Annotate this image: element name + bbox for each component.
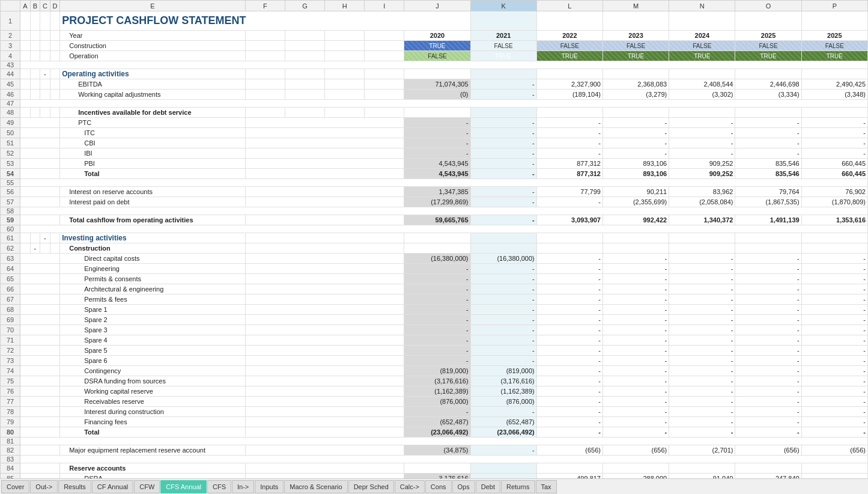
row-73: 73 Spare 6 - - - - - - -	[1, 356, 868, 366]
col-f-44	[245, 69, 285, 79]
row-64: 64 Engineering - - - - - - -	[1, 264, 868, 274]
tab-returns[interactable]: Returns	[501, 480, 535, 493]
rownum-49: 49	[1, 118, 20, 128]
tc-o: -	[735, 427, 801, 438]
col-c-61: -	[40, 233, 50, 243]
rr-l: -	[536, 397, 602, 407]
col-f-3	[245, 41, 285, 51]
itc-o: -	[735, 128, 801, 138]
rownum-73: 73	[1, 356, 20, 366]
tc-j: (23,066,492)	[404, 427, 470, 438]
rownum-60: 60	[1, 225, 20, 233]
tab-cfs-annual[interactable]: CFS Annual	[160, 480, 207, 493]
total-inc-p: 660,445	[801, 169, 867, 179]
row-55: 55	[1, 179, 868, 187]
col-o-44	[735, 69, 801, 79]
pbi-k: -	[470, 159, 536, 169]
project-title: PROJECT CASHFLOW STATEMENT	[60, 11, 470, 31]
ebitda-label: EBITDA	[60, 79, 246, 90]
tab-calc[interactable]: Calc->	[395, 480, 425, 493]
tc-n: -	[669, 427, 735, 438]
col-j-61	[404, 233, 470, 243]
col-fghi-64	[245, 264, 404, 274]
col-o-61	[735, 233, 801, 243]
dcc-l: -	[536, 254, 602, 264]
ebitda-l: 2,327,900	[536, 79, 602, 90]
rownum-85: 85	[1, 474, 20, 479]
int-res-k: -	[470, 187, 536, 197]
tab-cover[interactable]: Cover	[1, 480, 29, 493]
col-m-84	[602, 463, 669, 474]
col-fghi-62	[245, 243, 404, 254]
recv-reserve-label: Receivables reserve	[60, 397, 246, 407]
cbi-o: -	[735, 138, 801, 148]
row-47: 47	[1, 100, 868, 108]
rownum-63: 63	[1, 254, 20, 264]
row-2: 2 Year 2020 2021 2022 2023 2024 2025	[1, 31, 868, 41]
dsra-k: (3,176,616)	[470, 376, 536, 386]
mer-j: (34,875)	[404, 445, 470, 456]
pf-o: -	[735, 294, 801, 305]
row-75: 75 DSRA funding from sources (3,176,616)…	[1, 376, 868, 386]
rownum-58: 58	[1, 207, 20, 215]
pbi-p: 660,445	[801, 159, 867, 169]
rownum-84: 84	[1, 463, 20, 474]
tab-macro[interactable]: Macro & Scenario	[284, 480, 347, 493]
year-2024: 2024	[669, 31, 735, 41]
col-k-1	[470, 11, 536, 31]
pf-n: -	[669, 294, 735, 305]
total-const-label: Total	[60, 427, 246, 438]
tab-ops[interactable]: Ops	[452, 480, 475, 493]
row-85: 85 DSRA 3,176,616 499,817 288,000 91,040…	[1, 474, 868, 479]
dsra2-l: 499,817	[536, 474, 602, 479]
tc-k: (23,066,492)	[470, 427, 536, 438]
tab-inputs[interactable]: Inputs	[255, 480, 284, 493]
rownum-55: 55	[1, 179, 20, 187]
col-d-1	[50, 11, 60, 31]
tab-in[interactable]: In->	[232, 480, 254, 493]
row-61: 61 - Investing activities	[1, 233, 868, 243]
col-o-48	[735, 108, 801, 118]
col-g-45	[285, 79, 324, 90]
total-op-o: 1,491,139	[735, 215, 801, 225]
col-n-44	[669, 69, 735, 79]
tab-debt[interactable]: Debt	[476, 480, 500, 493]
idc-label: Interest during construction	[60, 407, 246, 417]
col-m-1	[602, 11, 669, 31]
col-j-62	[404, 243, 470, 254]
col-n-48	[669, 108, 735, 118]
total-inc-label: Total	[60, 169, 246, 179]
col-g-2	[285, 31, 324, 41]
wc-p: (3,348)	[801, 90, 867, 100]
idc-n: -	[669, 407, 735, 417]
ae-o: -	[735, 284, 801, 294]
tab-depr[interactable]: Depr Sched	[348, 480, 394, 493]
itc-n: -	[669, 128, 735, 138]
wc-m: (3,279)	[602, 90, 669, 100]
col-o-84	[735, 463, 801, 474]
col-fghi-63	[245, 254, 404, 264]
ptc-o: -	[735, 118, 801, 128]
pc-l: -	[536, 274, 602, 284]
col-header-group2: B	[30, 1, 40, 11]
tab-tax[interactable]: Tax	[536, 480, 557, 493]
col-h-2	[325, 31, 365, 41]
tab-out[interactable]: Out->	[30, 480, 58, 493]
const-2022: FALSE	[536, 41, 602, 51]
col-a-44	[20, 69, 31, 79]
tab-cons[interactable]: Cons	[425, 480, 452, 493]
col-header-p: P	[801, 1, 867, 11]
itc-p: -	[801, 128, 867, 138]
tab-cfw[interactable]: CFW	[134, 480, 160, 493]
spreadsheet[interactable]: A B C D E F G H I J K L M N O P	[0, 0, 868, 478]
tab-cfs[interactable]: CFS	[207, 480, 231, 493]
tab-results[interactable]: Results	[58, 480, 91, 493]
col-abcd-50	[20, 128, 60, 138]
row-65: 65 Permits & consents - - - - - - -	[1, 274, 868, 284]
tab-cf-annual[interactable]: CF Annual	[92, 480, 133, 493]
pc-j: -	[404, 274, 470, 284]
row-68: 68 Spare 1 - - - - - - -	[1, 305, 868, 315]
spare1-label: Spare 1	[60, 305, 246, 315]
pbi-label: PBI	[60, 159, 246, 169]
rownum-81: 81	[1, 438, 20, 445]
